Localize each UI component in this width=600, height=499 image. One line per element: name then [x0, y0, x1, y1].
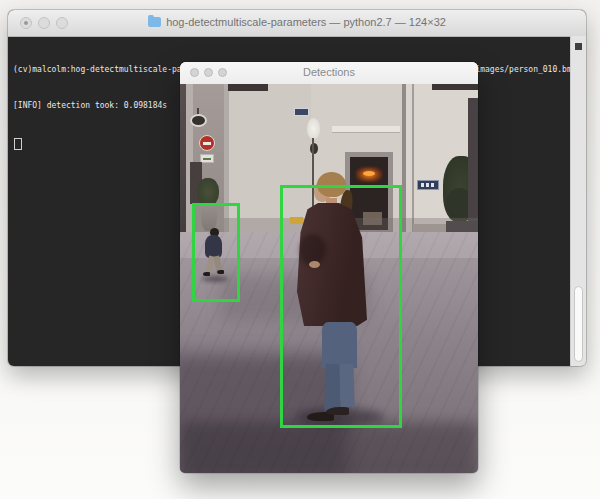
no-entry-bar: [203, 142, 211, 145]
child-detection-box: [192, 203, 240, 302]
small-street-sign: [200, 154, 214, 163]
no-entry-sign: [199, 135, 215, 151]
detections-title: Detections: [180, 66, 478, 78]
window-awning: [332, 126, 400, 133]
oval-shop-sign: [190, 114, 207, 127]
street-lamp: [307, 118, 320, 139]
detections-titlebar[interactable]: Detections: [180, 62, 478, 85]
terminal-cursor: [14, 138, 22, 150]
top-left-awning: [228, 84, 268, 91]
street-name-plaque: [294, 108, 309, 116]
left-shrub: [197, 178, 219, 206]
terminal-title: hog-detectmultiscale-parameters — python…: [8, 16, 586, 28]
detection-image: [180, 84, 478, 473]
drain-pipe: [402, 84, 406, 232]
terminal-scrollbar[interactable]: [570, 36, 586, 366]
drain-pipe: [412, 84, 414, 232]
folder-icon: [148, 17, 161, 27]
detections-window: Detections: [180, 62, 478, 473]
person-detection-box: [280, 185, 402, 428]
blue-shop-sign: [417, 180, 439, 190]
sign-mark: [203, 158, 211, 160]
right-storefront: [468, 98, 478, 224]
scrollbar-thumb[interactable]: [574, 286, 583, 362]
scrollbar-top-marker: [575, 43, 582, 50]
terminal-title-text: hog-detectmultiscale-parameters — python…: [166, 16, 446, 28]
terminal-titlebar[interactable]: hog-detectmultiscale-parameters — python…: [8, 10, 586, 37]
top-right-awning: [432, 84, 478, 90]
neon-sign: [363, 171, 375, 176]
